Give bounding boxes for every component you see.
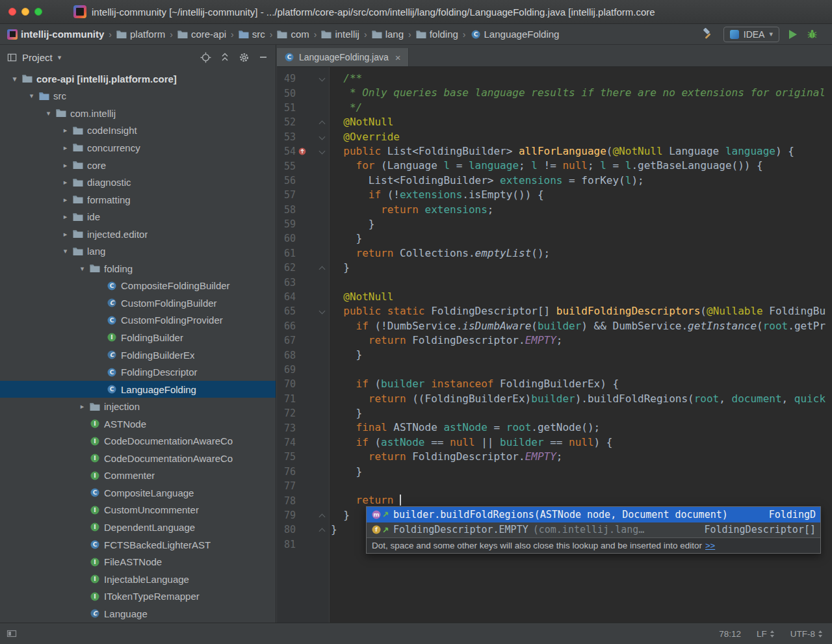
fold-marker-icon[interactable] (319, 75, 326, 82)
breadcrumb-item-lang[interactable]: lang (370, 27, 406, 41)
fold-marker-icon[interactable] (319, 308, 326, 315)
code-line[interactable]: final ASTNode astNode = root.getNode(); (330, 420, 832, 435)
code-line[interactable]: /** (330, 71, 832, 86)
tree-item-core-api-intellij.platform.core-[interactable]: ▾core-api [intellij.platform.core] (0, 70, 276, 88)
code-line[interactable] (330, 479, 832, 493)
tree-item-customfoldingbuilder[interactable]: CCustomFoldingBuilder (0, 294, 276, 312)
code-line[interactable]: } (330, 217, 832, 231)
code-line[interactable]: return extensions; (330, 203, 832, 217)
tree-toggle-icon[interactable]: ▸ (60, 178, 71, 187)
tree-toggle-icon[interactable]: ▸ (60, 230, 71, 238)
code-line[interactable]: if (astNode == null || builder == null) … (330, 435, 832, 450)
code-line[interactable]: @Override (330, 130, 832, 144)
fold-marker-icon[interactable] (319, 513, 326, 520)
breadcrumb-item-platform[interactable]: platform (114, 27, 167, 41)
editor-tab-languagefolding[interactable]: C LanguageFolding.java × (277, 48, 409, 66)
tree-item-injection[interactable]: ▸injection (0, 398, 276, 415)
tree-toggle-icon[interactable]: ▸ (77, 402, 88, 411)
breadcrumb-item-folding[interactable]: folding (414, 27, 460, 41)
tree-item-compositefoldingbuilder[interactable]: CCompositeFoldingBuilder (0, 277, 276, 295)
tree-item-diagnostic[interactable]: ▸diagnostic (0, 174, 276, 191)
tree-item-codeinsight[interactable]: ▸codeInsight (0, 122, 276, 140)
code-line[interactable]: * Only queries base language results if … (330, 86, 832, 100)
code-line[interactable]: if (builder instanceof FoldingBuilderEx)… (330, 377, 832, 391)
tree-item-concurrency[interactable]: ▸concurrency (0, 139, 276, 157)
completion-item[interactable]: fFoldingDescriptor.EMPTY (com.intellij.l… (367, 522, 820, 538)
tree-item-language[interactable]: CLanguage (0, 605, 276, 623)
tree-item-fileastnode[interactable]: IFileASTNode (0, 553, 276, 571)
tree-item-injectablelanguage[interactable]: IInjectableLanguage (0, 571, 276, 588)
encoding-widget[interactable]: UTF-8 (790, 629, 823, 639)
breadcrumb-item-src[interactable]: src (237, 27, 267, 41)
code-line[interactable]: return FoldingDescriptor.EMPTY; (330, 333, 832, 348)
tree-item-codedocumentationawareco[interactable]: ICodeDocumentationAwareCo (0, 450, 276, 467)
code-line[interactable]: List<FoldingBuilder> extensions = forKey… (330, 174, 832, 188)
breadcrumb-item-intellij-community[interactable]: intellij-community (5, 27, 106, 41)
tree-item-foldingbuilderex[interactable]: CFoldingBuilderEx (0, 346, 276, 364)
fold-marker-icon[interactable] (319, 121, 326, 127)
tab-close-icon[interactable]: × (395, 52, 401, 63)
code-line[interactable]: return FoldingDescriptor.EMPTY; (330, 450, 832, 464)
tree-item-customuncommenter[interactable]: ICustomUncommenter (0, 502, 276, 519)
tree-item-compositelanguage[interactable]: CCompositeLanguage (0, 484, 276, 502)
code-line[interactable]: } (330, 261, 832, 275)
line-separator-widget[interactable]: LF (757, 629, 775, 639)
tree-toggle-icon[interactable]: ▾ (9, 75, 20, 83)
settings-gear-button[interactable] (239, 52, 250, 63)
tree-item-astnode[interactable]: IASTNode (0, 415, 276, 433)
code-line[interactable]: return Collections.emptyList(); (330, 246, 832, 261)
tree-item-ide[interactable]: ▸ide (0, 208, 276, 225)
tree-item-lang[interactable]: ▾lang (0, 242, 276, 260)
tree-item-itokentyperemapper[interactable]: IITokenTypeRemapper (0, 587, 276, 605)
code-line[interactable]: @NotNull (330, 290, 832, 304)
code-line[interactable] (330, 363, 832, 377)
tree-item-languagefolding[interactable]: CLanguageFolding (0, 381, 276, 398)
code-line[interactable]: public List<FoldingBuilder> allForLangua… (330, 144, 832, 159)
locate-file-button[interactable] (200, 52, 211, 63)
tree-item-folding[interactable]: ▾folding (0, 260, 276, 277)
code-line[interactable]: } (330, 231, 832, 246)
tree-item-foldingbuilder[interactable]: IFoldingBuilder (0, 329, 276, 346)
chevron-down-icon[interactable]: ▾ (58, 53, 62, 62)
tree-item-fctsbackedlighterast[interactable]: CFCTSBackedLighterAST (0, 536, 276, 554)
code-line[interactable]: */ (330, 101, 832, 115)
breadcrumb-item-languagefolding[interactable]: CLanguageFolding (469, 27, 562, 41)
tree-toggle-icon[interactable]: ▾ (60, 247, 71, 255)
fold-marker-icon[interactable] (319, 266, 326, 273)
tree-item-customfoldingprovider[interactable]: CCustomFoldingProvider (0, 312, 276, 329)
tree-item-formatting[interactable]: ▸formatting (0, 191, 276, 209)
tree-toggle-icon[interactable]: ▾ (77, 264, 88, 273)
tree-toggle-icon[interactable]: ▾ (26, 92, 37, 100)
code-line[interactable]: } (330, 406, 832, 420)
breadcrumb-item-core-api[interactable]: core-api (176, 27, 228, 41)
code-line[interactable]: if (!DumbService.isDumbAware(builder) &&… (330, 319, 832, 333)
collapse-all-button[interactable] (220, 52, 230, 62)
completion-hint-link[interactable]: >> (705, 541, 715, 550)
minimize-button[interactable] (21, 8, 29, 16)
project-panel-title[interactable]: Project (22, 52, 53, 63)
fold-marker-icon[interactable] (319, 133, 326, 140)
tree-item-codedocumentationawareco[interactable]: ICodeDocumentationAwareCo (0, 432, 276, 450)
tree-toggle-icon[interactable]: ▸ (60, 144, 71, 152)
code-line[interactable]: return ((FoldingBuilderEx)builder).build… (330, 392, 832, 406)
code-line[interactable]: if (!extensions.isEmpty()) { (330, 188, 832, 202)
tree-item-core[interactable]: ▸core (0, 157, 276, 174)
tree-toggle-icon[interactable]: ▸ (60, 126, 71, 135)
hide-panel-button[interactable] (258, 52, 268, 62)
debug-button[interactable] (807, 29, 818, 40)
build-hammer-button[interactable] (701, 28, 714, 40)
code-line[interactable]: } (330, 348, 832, 362)
tree-toggle-icon[interactable]: ▸ (60, 196, 71, 204)
fold-marker-icon[interactable] (319, 148, 326, 155)
tree-toggle-icon[interactable]: ▸ (60, 213, 71, 221)
code-line[interactable]: } (330, 465, 832, 479)
run-button[interactable] (789, 30, 797, 39)
tree-item-foldingdescriptor[interactable]: CFoldingDescriptor (0, 363, 276, 381)
code-line[interactable]: public static FoldingDescriptor[] buildF… (330, 304, 832, 318)
tree-toggle-icon[interactable]: ▸ (60, 161, 71, 170)
completion-item[interactable]: mbuilder.buildFoldRegions(ASTNode node, … (367, 507, 820, 522)
tree-item-com.intellij[interactable]: ▾com.intellij (0, 105, 276, 122)
tree-toggle-icon[interactable]: ▾ (43, 109, 54, 118)
breadcrumb-item-com[interactable]: com (275, 27, 311, 41)
code-line[interactable]: for (Language l = language; l != null; l… (330, 159, 832, 173)
